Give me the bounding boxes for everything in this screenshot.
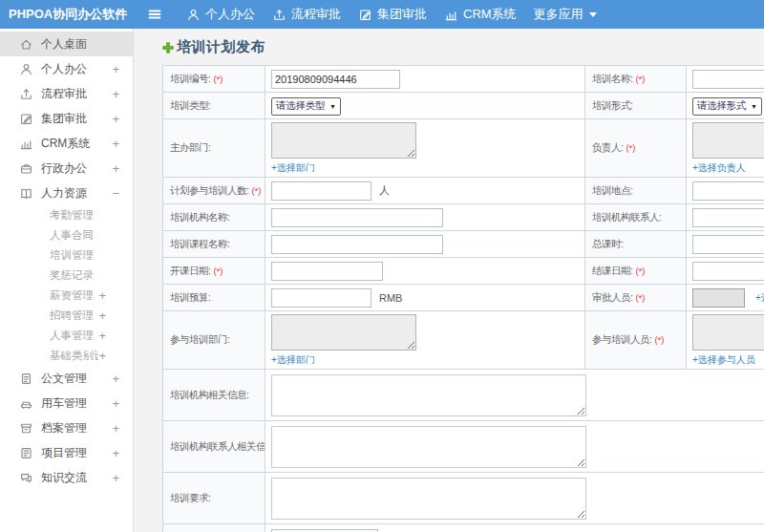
expand-plus-icon[interactable]: + xyxy=(98,309,106,322)
sidebar-submenu: 考勤管理人事合同培训管理奖惩记录薪资管理+招聘管理+人事管理+基础类别设置+ xyxy=(0,205,133,366)
sidebar-item-label: 薪资管理 xyxy=(50,288,94,303)
sidebar-item-薪资管理[interactable]: 薪资管理+ xyxy=(0,286,133,306)
training-type-select[interactable]: 请选择类型▼ xyxy=(271,97,341,116)
chart-icon xyxy=(19,137,34,151)
participating-departments-textarea[interactable] xyxy=(271,314,416,351)
sidebar-item-基础类别设置[interactable]: 基础类别设置+ xyxy=(0,346,133,366)
header-nav: 个人办公流程审批集团审批CRM系统更多应用 xyxy=(178,0,605,29)
training-location-input[interactable] xyxy=(692,181,764,201)
nav-item-更多应用[interactable]: 更多应用 xyxy=(525,0,605,29)
attachment-field-cell: +附件上传 xyxy=(265,524,764,532)
person-in-charge-textarea[interactable] xyxy=(692,122,764,159)
user-icon xyxy=(186,8,201,22)
field-label: 开课日期: xyxy=(170,265,210,276)
field-label: 培训机构联系人相关信息: xyxy=(170,440,265,452)
form-row: 开课日期:(*)结课日期:(*) xyxy=(163,258,764,285)
sidebar-item-label: 流程审批 xyxy=(41,86,87,102)
expand-plus-icon[interactable]: + xyxy=(112,88,119,100)
expand-plus-icon[interactable]: + xyxy=(112,397,119,410)
host-department-link-row: +选择部门 xyxy=(271,160,579,174)
training-type-label-cell: 培训类型: xyxy=(163,93,265,119)
person-in-charge-select-link[interactable]: +选择负责人 xyxy=(692,162,746,173)
course-name-input[interactable] xyxy=(271,235,443,254)
expand-plus-icon[interactable]: + xyxy=(112,422,119,435)
form-row: 附件文档:+附件上传 xyxy=(163,524,764,532)
flow-icon xyxy=(19,87,34,101)
expand-plus-icon[interactable]: + xyxy=(112,472,119,484)
sidebar-item-label: CRM系统 xyxy=(41,136,90,152)
training-org-info-textarea[interactable] xyxy=(271,374,586,416)
training-org-contact-input[interactable] xyxy=(692,208,764,227)
sidebar-item-人事管理[interactable]: 人事管理+ xyxy=(0,326,133,346)
host-department-textarea[interactable] xyxy=(271,122,416,159)
collapse-minus-icon[interactable]: − xyxy=(112,187,119,200)
approver-input[interactable] xyxy=(692,288,745,308)
sidebar-item-项目管理[interactable]: 项目管理+ xyxy=(0,440,133,465)
nav-item-个人办公[interactable]: 个人办公 xyxy=(178,0,264,29)
training-number-input[interactable] xyxy=(271,70,400,89)
nav-item-label: 集团审批 xyxy=(377,6,427,23)
expand-plus-icon[interactable]: + xyxy=(112,63,119,75)
required-mark: (*) xyxy=(635,74,645,84)
training-budget-input[interactable] xyxy=(271,288,371,308)
form-row: 培训要求: xyxy=(163,473,764,524)
sidebar-item-人事合同[interactable]: 人事合同 xyxy=(0,225,133,245)
host-department-select-link[interactable]: +选择部门 xyxy=(271,162,315,173)
attachment-label-cell: 附件文档: xyxy=(163,524,265,532)
end-date-label-cell: 结课日期:(*) xyxy=(585,258,687,285)
sidebar-item-招聘管理[interactable]: 招聘管理+ xyxy=(0,306,133,326)
home-icon xyxy=(19,37,34,52)
sidebar-item-公文管理[interactable]: 公文管理+ xyxy=(0,366,133,391)
form-row: 主办部门:+选择部门负责人:(*)+选择负责人 xyxy=(163,119,764,178)
participating-persons-textarea[interactable] xyxy=(692,314,764,351)
sidebar-item-个人办公[interactable]: 个人办公+ xyxy=(0,56,133,81)
expand-plus-icon[interactable]: + xyxy=(112,113,119,125)
participating-persons-select-link[interactable]: +选择参与人员 xyxy=(692,354,755,365)
attachment-input[interactable] xyxy=(271,529,378,532)
total-hours-input[interactable] xyxy=(692,235,764,254)
expand-plus-icon[interactable]: + xyxy=(98,330,106,342)
sidebar-item-档案管理[interactable]: 档案管理+ xyxy=(0,415,133,440)
training-org-contact-info-label-cell: 培训机构联系人相关信息: xyxy=(163,421,265,473)
training-name-input[interactable] xyxy=(692,70,764,89)
planned-participants-input[interactable] xyxy=(271,181,371,201)
sidebar-item-集团审批[interactable]: 集团审批+ xyxy=(0,106,133,131)
training-org-name-input[interactable] xyxy=(271,208,443,227)
sidebar-item-用车管理[interactable]: 用车管理+ xyxy=(0,391,133,415)
sidebar-item-流程审批[interactable]: 流程审批+ xyxy=(0,81,133,106)
training-org-contact-info-textarea[interactable] xyxy=(271,426,586,468)
expand-plus-icon[interactable]: + xyxy=(112,162,119,175)
training-org-name-field-cell xyxy=(265,204,585,231)
sidebar-item-个人桌面[interactable]: 个人桌面 xyxy=(0,32,133,56)
training-requirements-textarea[interactable] xyxy=(271,478,586,520)
form-row: 计划参与培训人数:(*)人培训地点: xyxy=(163,178,764,204)
sidebar-item-CRM系统[interactable]: CRM系统+ xyxy=(0,131,133,156)
expand-plus-icon[interactable]: + xyxy=(112,372,119,385)
nav-item-流程审批[interactable]: 流程审批 xyxy=(264,0,350,29)
participating-departments-select-link[interactable]: +选择部门 xyxy=(271,354,315,365)
expand-plus-icon[interactable]: + xyxy=(112,138,119,150)
hamburger-icon[interactable] xyxy=(147,7,162,22)
sidebar-item-培训管理[interactable]: 培训管理 xyxy=(0,245,133,266)
expand-plus-icon[interactable]: + xyxy=(98,289,106,302)
sidebar-item-人力资源[interactable]: 人力资源− xyxy=(0,181,133,205)
archive-icon xyxy=(19,421,34,436)
training-type-field-cell: 请选择类型▼ xyxy=(265,93,585,119)
sidebar-item-知识交流[interactable]: 知识交流+ xyxy=(0,465,133,490)
nav-item-集团审批[interactable]: 集团审批 xyxy=(350,0,435,29)
expand-plus-icon[interactable]: + xyxy=(98,350,106,362)
start-date-input[interactable] xyxy=(271,262,383,281)
sidebar-item-行政办公[interactable]: 行政办公+ xyxy=(0,156,133,181)
field-label: 计划参与培训人数: xyxy=(170,184,248,196)
car-icon xyxy=(19,396,34,411)
nav-item-CRM系统[interactable]: CRM系统 xyxy=(435,0,525,29)
sidebar-item-奖惩记录[interactable]: 奖惩记录 xyxy=(0,266,133,286)
participating-departments-label-cell: 参与培训部门: xyxy=(163,311,265,370)
training-form-select[interactable]: 请选择形式▼ xyxy=(692,97,762,116)
chat-icon xyxy=(19,471,34,485)
training-org-info-label-cell: 培训机构相关信息: xyxy=(163,370,265,421)
sidebar-item-考勤管理[interactable]: 考勤管理 xyxy=(0,205,133,225)
approver-action-link[interactable]: +选择审批人员 xyxy=(755,292,764,303)
end-date-input[interactable] xyxy=(692,262,764,281)
expand-plus-icon[interactable]: + xyxy=(112,447,119,459)
